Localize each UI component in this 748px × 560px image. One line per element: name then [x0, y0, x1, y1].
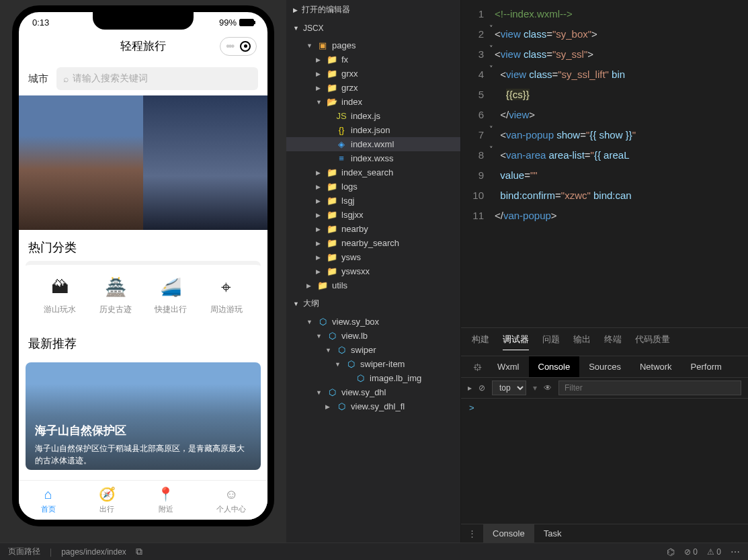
outline-node[interactable]: ▼⬡swiper: [286, 343, 460, 357]
folder-icon: 📁: [327, 54, 337, 65]
category-grid: 🏔游山玩水 🏯历史古迹 🚄快捷出行 ⌖周边游玩: [26, 261, 261, 326]
code-editor[interactable]: 1˅2˅3˅456˅7˅891011 <!--index.wxml--><vie…: [461, 0, 748, 327]
file-index-wxss[interactable]: ≡index.wxss: [286, 151, 460, 165]
file-index-wxml[interactable]: ◈index.wxml: [286, 137, 460, 151]
simulator-pane: 0:13 99% 轻程旅行 ••• 城市 ⌕ 请输入搜索关键词: [0, 0, 286, 543]
folder-nearby-search[interactable]: ▶📁nearby_search: [286, 236, 460, 250]
tab-network[interactable]: Network: [630, 356, 681, 377]
file-index-js[interactable]: JSindex.js: [286, 109, 460, 123]
tab-console[interactable]: Console: [529, 356, 580, 377]
tab-debugger[interactable]: 调试器: [503, 333, 529, 350]
cat-transit[interactable]: 🚄快捷出行: [155, 276, 187, 315]
inspect-icon[interactable]: ⯐: [468, 362, 488, 372]
banner-swiper[interactable]: [19, 95, 267, 230]
folder-utils[interactable]: ▶📁utils: [286, 278, 460, 292]
folder-grzx[interactable]: ▶📁grzx: [286, 81, 460, 95]
chevron-right-icon: ▶: [316, 85, 323, 91]
bug-icon[interactable]: ⌬: [667, 547, 675, 557]
compass-icon: 🧭: [99, 486, 115, 502]
chevron-right-icon: ▶: [316, 198, 323, 204]
outline-node[interactable]: ▼⬡view.lb: [286, 329, 460, 343]
chevron-down-icon: ▼: [325, 347, 332, 354]
banner-image-2: [143, 95, 267, 230]
cat-nearby[interactable]: ⌖周边游玩: [210, 276, 243, 315]
explorer-open-editors[interactable]: ▶打开的编辑器: [286, 0, 460, 19]
tab-sources[interactable]: Sources: [579, 356, 630, 377]
editor-pane: 1˅2˅3˅456˅7˅891011 <!--index.wxml--><vie…: [461, 0, 748, 543]
eye-icon[interactable]: 👁: [544, 383, 552, 393]
outline-node[interactable]: ▼⬡view.sy_dhl: [286, 385, 460, 399]
tab-performance[interactable]: Perform: [681, 356, 731, 377]
cat-mountain[interactable]: 🏔游山玩水: [44, 276, 76, 315]
section-hot-title: 热门分类: [19, 230, 267, 261]
tab-nearby[interactable]: 📍附近: [158, 486, 174, 514]
explorer-outline[interactable]: ▼大纲: [286, 294, 460, 313]
folder-grxx[interactable]: ▶📁grxx: [286, 67, 460, 81]
capsule-button[interactable]: •••: [220, 37, 257, 56]
folder-nearby[interactable]: ▶📁nearby: [286, 222, 460, 236]
tab-terminal[interactable]: 终端: [604, 333, 622, 350]
outline-node[interactable]: ▼⬡swiper-item: [286, 357, 460, 371]
context-select[interactable]: top: [492, 381, 526, 395]
tab-home[interactable]: ⌂首页: [40, 486, 56, 514]
home-icon: ⌂: [40, 486, 56, 502]
code-text[interactable]: <!--index.wxml--><view class="sy_box"><v…: [495, 0, 748, 327]
folder-index-search[interactable]: ▶📁index_search: [286, 165, 460, 179]
outline-node[interactable]: ▼⬡view.sy_box: [286, 315, 460, 329]
search-input[interactable]: ⌕ 请输入搜索关键词: [56, 67, 258, 90]
error-count[interactable]: ⊘ 0: [684, 547, 698, 557]
outline-node[interactable]: ⬡image.lb_img: [286, 371, 460, 385]
folder-index[interactable]: ▼📂index: [286, 95, 460, 109]
filter-input[interactable]: [558, 381, 741, 395]
search-icon: ⌕: [63, 73, 69, 84]
tab-travel[interactable]: 🧭出行: [99, 486, 115, 514]
tabbar: ⌂首页 🧭出行 📍附近 ☺个人中心: [19, 480, 267, 520]
drawer-icon[interactable]: ⋮: [461, 524, 483, 543]
warning-count[interactable]: ⚠ 0: [707, 547, 721, 557]
file-index-json[interactable]: {}index.json: [286, 123, 460, 137]
tab-build[interactable]: 构建: [472, 333, 489, 350]
reco-desc: 海子山自然保护区位于稻城县北部高原区，是青藏高原最大的古冰体遗迹。: [35, 442, 251, 467]
chevron-right-icon: ▶: [316, 254, 323, 261]
page-path-value[interactable]: pages/index/index: [61, 547, 126, 557]
clear-icon[interactable]: ⊘: [479, 383, 485, 393]
folder-ysws[interactable]: ▶📁ysws: [286, 250, 460, 264]
city-label[interactable]: 城市: [28, 73, 48, 85]
explorer-pane: ▶打开的编辑器 ▼JSCX ▼▣pages ▶📁fx ▶📁grxx ▶📁grzx…: [286, 0, 461, 543]
drawer-task[interactable]: Task: [534, 524, 571, 543]
tab-quality[interactable]: 代码质量: [635, 333, 670, 350]
chevron-right-icon: ▶: [316, 56, 323, 63]
play-icon[interactable]: ▸: [468, 383, 472, 393]
tab-output[interactable]: 输出: [573, 333, 591, 350]
console-body[interactable]: >: [461, 399, 748, 524]
folder-yswsxx[interactable]: ▶📁yswsxx: [286, 264, 460, 278]
explorer-project[interactable]: ▼JSCX: [286, 19, 460, 37]
tab-me[interactable]: ☺个人中心: [216, 486, 246, 514]
reco-card[interactable]: 海子山自然保护区 海子山自然保护区位于稻城县北部高原区，是青藏高原最大的古冰体遗…: [26, 362, 261, 470]
cube-icon: ⬡: [327, 387, 337, 397]
console-prompt: >: [469, 403, 474, 413]
more-icon[interactable]: ⋯: [731, 547, 740, 557]
folder-lsgj[interactable]: ▶📁lsgj: [286, 194, 460, 208]
folder-icon: 📁: [327, 69, 337, 79]
clock: 0:13: [32, 17, 49, 28]
folder-lsgjxx[interactable]: ▶📁lsgjxx: [286, 208, 460, 222]
folder-icon: 📁: [327, 252, 337, 262]
chevron-down-icon: ▼: [316, 389, 323, 396]
user-icon: ☺: [223, 486, 239, 502]
copy-icon[interactable]: ⧉: [136, 546, 142, 557]
folder-logs[interactable]: ▶📁logs: [286, 179, 460, 194]
outline-node[interactable]: ▶⬡view.sy_dhl_fl: [286, 399, 460, 413]
cube-icon: ⬡: [355, 373, 366, 383]
drawer-console[interactable]: Console: [483, 524, 534, 543]
folder-icon: 📁: [327, 224, 337, 234]
cat-history[interactable]: 🏯历史古迹: [99, 276, 132, 315]
tab-wxml[interactable]: Wxml: [488, 356, 529, 377]
folder-fx[interactable]: ▶📁fx: [286, 52, 460, 67]
folder-pages[interactable]: ▼▣pages: [286, 38, 460, 52]
wxml-file-icon: ◈: [336, 139, 347, 149]
tab-problems[interactable]: 问题: [542, 333, 560, 350]
chevron-right-icon: ▶: [325, 403, 332, 410]
folder-icon: 📁: [327, 167, 337, 177]
folder-icon: 📁: [317, 280, 328, 290]
